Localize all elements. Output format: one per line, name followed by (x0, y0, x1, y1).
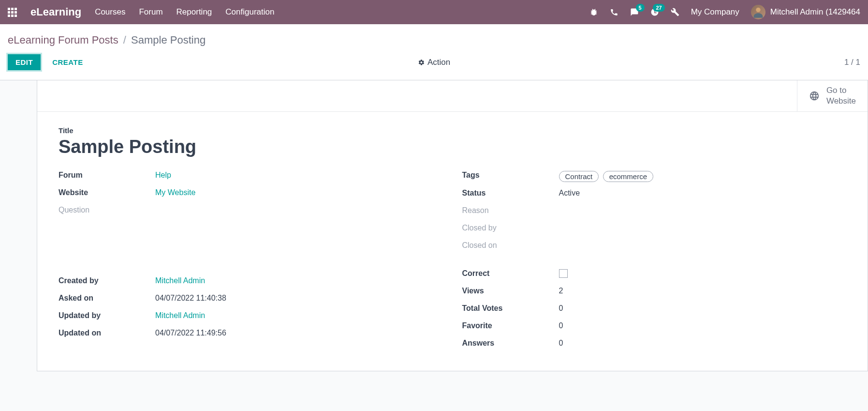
form-sheet: Go to Website Title Sample Posting Forum… (37, 80, 868, 371)
activities-icon[interactable]: 27 (650, 8, 659, 16)
label-correct: Correct (462, 269, 559, 278)
value-status: Active (559, 189, 847, 198)
breadcrumb-parent[interactable]: eLearning Forum Posts (8, 34, 118, 46)
label-votes: Total Votes (462, 304, 559, 313)
breadcrumb-bar: eLearning Forum Posts / Sample Posting (0, 24, 868, 46)
pager[interactable]: 1 / 1 (844, 58, 860, 67)
breadcrumb: eLearning Forum Posts / Sample Posting (8, 34, 860, 46)
value-updated-by[interactable]: Mitchell Admin (155, 311, 205, 320)
title-value: Sample Posting (59, 137, 846, 157)
control-bar: EDIT CREATE Action 1 / 1 (0, 46, 868, 80)
nav-configuration[interactable]: Configuration (225, 7, 274, 17)
label-closed-on: Closed on (462, 241, 559, 250)
globe-icon (809, 91, 820, 101)
value-updated-on: 04/07/2022 11:49:56 (155, 329, 443, 337)
nav-forum[interactable]: Forum (139, 7, 162, 17)
breadcrumb-sep: / (123, 34, 126, 46)
nav-reporting[interactable]: Reporting (177, 7, 212, 17)
breadcrumb-current: Sample Posting (131, 34, 206, 46)
nav-courses[interactable]: Courses (95, 7, 125, 17)
value-votes: 0 (559, 304, 847, 313)
create-button[interactable]: CREATE (52, 58, 83, 66)
label-closed-by: Closed by (462, 224, 559, 232)
tag-ecommerce[interactable]: ecommerce (603, 171, 653, 182)
svg-point-0 (756, 8, 760, 12)
value-tags: Contract ecommerce (559, 171, 847, 182)
tools-icon[interactable] (671, 8, 679, 16)
user-menu[interactable]: Mitchell Admin (1429464 (751, 5, 860, 19)
label-question: Question (59, 206, 155, 214)
label-asked-on: Asked on (59, 294, 155, 303)
value-forum[interactable]: Help (155, 171, 171, 179)
value-website[interactable]: My Website (155, 188, 195, 197)
label-favorite: Favorite (462, 321, 559, 330)
label-reason: Reason (462, 206, 559, 215)
tag-contract[interactable]: Contract (559, 171, 599, 182)
action-menu[interactable]: Action (418, 58, 450, 67)
label-updated-by: Updated by (59, 311, 155, 320)
value-answers: 0 (559, 339, 847, 348)
value-correct (559, 269, 847, 280)
bug-icon[interactable] (589, 8, 598, 16)
activities-badge: 27 (653, 4, 664, 12)
form-col-right: Tags Contract ecommerce Status Active Re… (462, 171, 847, 356)
user-name: Mitchell Admin (1429464 (770, 7, 860, 17)
apps-icon[interactable] (8, 8, 17, 17)
messages-badge: 5 (636, 4, 645, 12)
value-asked-on: 04/07/2022 11:40:38 (155, 294, 443, 303)
content-wrap: Go to Website Title Sample Posting Forum… (0, 80, 868, 391)
status-bar: Go to Website (37, 80, 868, 112)
label-status: Status (462, 189, 559, 198)
company-selector[interactable]: My Company (691, 7, 739, 17)
form-grid: Forum Help Website My Website Question (59, 171, 846, 356)
phone-icon[interactable] (610, 8, 618, 16)
label-created-by: Created by (59, 276, 155, 285)
label-forum: Forum (59, 171, 155, 180)
goto-website-text: Go to Website (826, 85, 856, 107)
value-views: 2 (559, 287, 847, 295)
messages-icon[interactable]: 5 (630, 8, 639, 16)
title-label: Title (59, 126, 846, 135)
brand-title[interactable]: eLearning (30, 6, 81, 18)
label-website: Website (59, 188, 155, 197)
label-views: Views (462, 287, 559, 295)
edit-button[interactable]: EDIT (8, 54, 41, 70)
label-answers: Answers (462, 339, 559, 348)
navbar-right: 5 27 My Company Mitchell Admin (1429464 (589, 5, 860, 19)
label-updated-on: Updated on (59, 329, 155, 337)
action-label: Action (427, 58, 450, 67)
label-tags: Tags (462, 171, 559, 180)
gear-icon (418, 59, 425, 66)
form-col-left: Forum Help Website My Website Question (59, 171, 443, 356)
navbar: eLearning Courses Forum Reporting Config… (0, 0, 868, 24)
goto-website-button[interactable]: Go to Website (797, 80, 868, 111)
value-created-by[interactable]: Mitchell Admin (155, 276, 205, 285)
navbar-left: eLearning Courses Forum Reporting Config… (8, 6, 274, 18)
checkbox-correct[interactable] (559, 269, 568, 278)
value-favorite: 0 (559, 321, 847, 330)
sheet-body: Title Sample Posting Forum Help Website … (37, 112, 868, 371)
avatar (751, 5, 765, 19)
